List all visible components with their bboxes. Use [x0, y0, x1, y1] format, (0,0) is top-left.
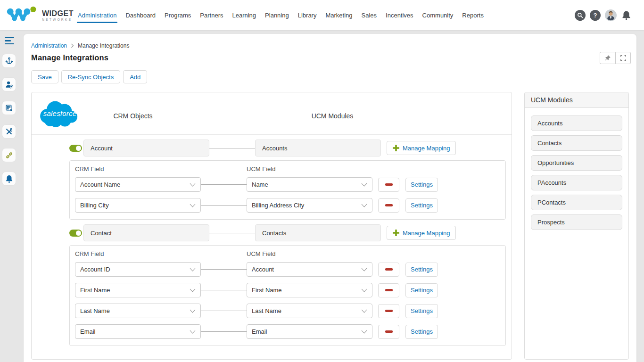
remove-field-mapping-button[interactable] — [378, 325, 399, 339]
user-settings-icon[interactable] — [2, 77, 16, 91]
minus-icon — [385, 268, 393, 271]
field-connector-line — [201, 331, 247, 332]
integrations-icon[interactable] — [2, 148, 16, 162]
nav-item[interactable]: Reports — [462, 12, 484, 19]
search-icon[interactable] — [575, 10, 586, 21]
crm-field-select[interactable]: Account Name — [75, 177, 201, 192]
manage-mapping-button[interactable]: Manage Mapping — [387, 141, 456, 155]
ucm-module-box[interactable]: Accounts — [255, 140, 381, 156]
crm-field-select[interactable]: Account ID — [75, 262, 201, 277]
nav-item[interactable]: Planning — [265, 12, 289, 19]
plus-icon — [393, 230, 399, 236]
nav-item[interactable]: Library — [298, 12, 317, 19]
chevron-down-icon — [190, 204, 196, 207]
ucm-module-item[interactable]: PAccounts — [531, 175, 622, 190]
nav-item[interactable]: Dashboard — [125, 12, 156, 19]
ucm-field-column-label: UCM Field — [247, 250, 275, 257]
anchor-icon[interactable] — [2, 54, 16, 68]
nav-item[interactable]: Learning — [232, 12, 256, 19]
field-settings-button[interactable]: Settings — [405, 178, 438, 192]
nav-item[interactable]: Community — [422, 12, 454, 19]
remove-field-mapping-button[interactable] — [378, 198, 399, 213]
remove-field-mapping-button[interactable] — [378, 283, 399, 297]
field-connector-line — [201, 184, 247, 185]
ucm-field-select[interactable]: Last Name — [247, 304, 372, 318]
modules-icon[interactable] — [2, 101, 16, 115]
nav-item[interactable]: Marketing — [325, 12, 352, 19]
ucm-field-select[interactable]: Account — [247, 262, 372, 277]
tools-icon[interactable] — [2, 124, 16, 139]
field-settings-button[interactable]: Settings — [405, 283, 438, 297]
crm-field-select[interactable]: Billing City — [75, 198, 201, 213]
crm-object-box[interactable]: Contact — [83, 224, 209, 241]
ucm-module-box[interactable]: Contacts — [255, 224, 381, 241]
chevron-down-icon — [361, 309, 367, 313]
nav-item[interactable]: Programs — [165, 12, 191, 19]
notifications-icon[interactable] — [621, 10, 632, 21]
crm-field-select[interactable]: Email — [75, 324, 201, 339]
add-button[interactable]: Add — [123, 70, 147, 83]
ucm-field-select[interactable]: Email — [247, 324, 372, 339]
topbar-icon-group: ? — [575, 9, 644, 21]
nav-item[interactable]: Partners — [200, 12, 223, 19]
user-avatar[interactable] — [605, 9, 617, 21]
ucm-module-item[interactable]: Opportunities — [531, 155, 622, 171]
field-settings-button[interactable]: Settings — [405, 304, 438, 318]
crm-field-value: Last Name — [80, 307, 190, 314]
ucm-modules-panel: UCM Modules Accounts Contacts Opportunit… — [524, 92, 629, 360]
breadcrumb-current: Manage Integrations — [78, 42, 129, 49]
pin-icon[interactable] — [600, 52, 615, 64]
minus-icon — [385, 330, 393, 333]
crm-field-value: Billing City — [80, 202, 190, 209]
crm-field-select[interactable]: First Name — [75, 283, 201, 297]
ucm-module-item[interactable]: PContacts — [531, 195, 622, 210]
widget-networks-logo-icon — [6, 4, 40, 26]
remove-field-mapping-button[interactable] — [378, 178, 399, 192]
expand-icon[interactable] — [615, 52, 631, 64]
mapping-connector-line — [209, 233, 255, 233]
integration-mapping-panel: salesforce CRM Objects UCM Modules Accou… — [31, 92, 512, 360]
mapping-connector-line — [209, 148, 255, 148]
ucm-modules-column-header: UCM Modules — [312, 112, 354, 120]
ucm-field-select[interactable]: Name — [247, 177, 372, 192]
object-enabled-toggle[interactable] — [69, 145, 82, 152]
help-icon[interactable]: ? — [590, 10, 601, 21]
breadcrumb-parent-link[interactable]: Administration — [31, 42, 67, 49]
chevron-down-icon — [361, 288, 367, 292]
field-connector-line — [201, 290, 247, 290]
crm-object-name: Account — [91, 145, 113, 152]
ucm-module-item[interactable]: Accounts — [531, 115, 622, 131]
remove-field-mapping-button[interactable] — [378, 304, 399, 318]
ucm-module-item[interactable]: Prospects — [531, 214, 622, 230]
nav-item[interactable]: Incentives — [386, 12, 413, 19]
ucm-field-select[interactable]: Billing Address City — [247, 198, 372, 213]
plus-icon — [393, 145, 399, 151]
manage-mapping-button[interactable]: Manage Mapping — [387, 226, 456, 240]
field-settings-button[interactable]: Settings — [405, 198, 438, 213]
save-button[interactable]: Save — [31, 70, 58, 83]
nav-item[interactable]: Sales — [362, 12, 377, 19]
resync-objects-button[interactable]: Re-Sync Objects — [61, 70, 121, 83]
crm-object-box[interactable]: Account — [83, 140, 209, 156]
menu-icon[interactable] — [5, 37, 14, 44]
field-settings-button[interactable]: Settings — [405, 263, 438, 277]
chevron-down-icon — [361, 330, 367, 334]
chevron-down-icon — [361, 204, 367, 207]
primary-nav: Administration Dashboard Programs Partne… — [74, 12, 575, 19]
svg-text:?: ? — [594, 12, 597, 18]
ucm-module-item[interactable]: Contacts — [531, 135, 622, 151]
field-settings-button[interactable]: Settings — [405, 325, 438, 339]
icon-sidebar — [0, 30, 24, 362]
field-mapping-row: Email Email — [75, 324, 501, 339]
mapping-panel-header: salesforce CRM Objects UCM Modules — [32, 92, 512, 135]
ucm-field-select[interactable]: First Name — [247, 283, 372, 297]
crm-field-select[interactable]: Last Name — [75, 304, 201, 318]
manage-mapping-label: Manage Mapping — [403, 145, 450, 152]
notifications-sidebar-icon[interactable] — [2, 172, 16, 186]
ucm-field-value: Name — [252, 181, 361, 188]
nav-item[interactable]: Administration — [78, 12, 116, 19]
remove-field-mapping-button[interactable] — [378, 263, 399, 277]
object-enabled-toggle[interactable] — [69, 230, 82, 237]
top-app-bar: WIDGET NETWORKS Administration Dashboard… — [0, 0, 644, 30]
object-mapping-row: Contact Contacts Manage Mapping — [32, 224, 512, 241]
